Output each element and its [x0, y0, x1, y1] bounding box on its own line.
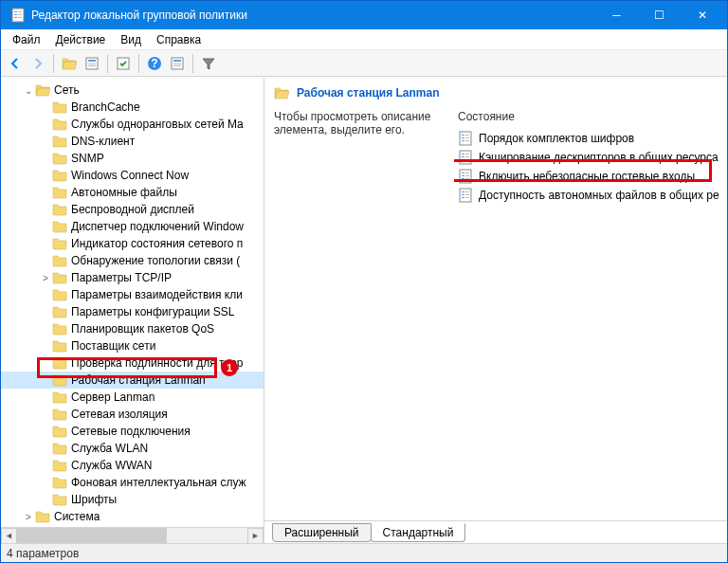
- scroll-left-button[interactable]: ◄: [1, 528, 17, 544]
- tree-item-label: Параметры конфигурации SSL: [71, 305, 234, 318]
- tree-item-label: Служба WWAN: [71, 459, 152, 472]
- tree-node-item[interactable]: Автономные файлы: [1, 184, 264, 201]
- status-text: 4 параметров: [7, 547, 79, 560]
- properties-button[interactable]: [167, 53, 188, 74]
- tree-item-label: Поставщик сети: [71, 339, 155, 353]
- policy-icon: [458, 131, 473, 146]
- tree-node-item[interactable]: SNMP: [1, 150, 264, 167]
- export-list-button[interactable]: [113, 53, 134, 74]
- tree-item-label: Сетевые подключения: [71, 425, 191, 438]
- scroll-right-button[interactable]: ►: [247, 528, 264, 544]
- expander-icon[interactable]: ⌄: [22, 85, 35, 96]
- scrollbar-track[interactable]: [17, 528, 247, 544]
- tree-node-item[interactable]: Параметры конфигурации SSL: [1, 303, 264, 320]
- tree-scroll[interactable]: ⌄СетьBranchCacheСлужбы одноранговых сете…: [1, 78, 264, 527]
- tree-node-item[interactable]: Фоновая интеллектуальная служ: [1, 474, 264, 491]
- folder-icon: [52, 321, 67, 336]
- tree-node-item[interactable]: Служба WLAN: [1, 440, 264, 457]
- tree-item-label: Параметры TCP/IP: [71, 271, 172, 284]
- tree-node-item[interactable]: Сетевая изоляция: [1, 406, 264, 423]
- policy-icon: [458, 150, 473, 165]
- tree-node-item[interactable]: Планировщик пакетов QoS: [1, 320, 264, 337]
- tree-item-label: Сервер Lanman: [71, 390, 155, 404]
- folder-icon: [52, 458, 67, 473]
- tree-node-item[interactable]: Windows Connect Now: [1, 167, 264, 184]
- tab-standard[interactable]: Стандартный: [371, 523, 466, 542]
- close-button[interactable]: ✕: [681, 1, 723, 29]
- show-hide-tree-button[interactable]: [82, 53, 102, 74]
- tree-node-item[interactable]: >Параметры TCP/IP: [1, 269, 264, 286]
- policy-label: Доступность автономных файлов в общих ре: [479, 189, 719, 202]
- tree-node-item[interactable]: Параметры взаимодействия кли: [1, 286, 264, 303]
- tree-item-label: Обнаружение топологии связи (: [71, 254, 240, 267]
- tree-item-label: Индикатор состояния сетевого п: [71, 237, 243, 250]
- details-header: Рабочая станция Lanman: [264, 78, 727, 104]
- tree-item-label: BranchCache: [71, 100, 140, 114]
- tree-node-item[interactable]: Поставщик сети: [1, 337, 264, 354]
- details-pane: Рабочая станция Lanman Чтобы просмотреть…: [264, 78, 727, 543]
- tab-extended[interactable]: Расширенный: [272, 523, 372, 542]
- scrollbar-thumb[interactable]: [17, 528, 167, 544]
- tree-node-system[interactable]: >Система: [1, 508, 264, 525]
- folder-icon: [52, 236, 67, 251]
- menu-action[interactable]: Действие: [48, 31, 114, 48]
- folder-icon: [52, 270, 67, 285]
- maximize-button[interactable]: ☐: [638, 1, 681, 29]
- tree-item-label: Автономные файлы: [71, 186, 177, 199]
- policy-label: Порядок комплектов шифров: [479, 132, 634, 145]
- folder-icon: [52, 355, 67, 371]
- forward-button[interactable]: [27, 53, 48, 74]
- tree-item-label: SNMP: [71, 152, 104, 165]
- tree-item-label: Windows Connect Now: [71, 169, 189, 182]
- policy-item[interactable]: Порядок комплектов шифров: [458, 129, 723, 148]
- policy-label: Кэширование дескрипторов в общих ресурса: [479, 151, 719, 164]
- policy-icon: [458, 188, 473, 203]
- statusbar: 4 параметров: [1, 543, 727, 562]
- tree-horizontal-scrollbar[interactable]: ◄ ►: [1, 527, 264, 543]
- tree-node-item[interactable]: Диспетчер подключений Window: [1, 218, 264, 235]
- folder-icon: [52, 134, 67, 149]
- tree-node-item[interactable]: Индикатор состояния сетевого п: [1, 235, 264, 252]
- folder-icon: [52, 117, 67, 132]
- tree-item-label: Служба WLAN: [71, 442, 148, 455]
- filter-button[interactable]: [198, 53, 219, 74]
- app-window: Редактор локальной групповой политики ─ …: [0, 0, 728, 563]
- tree-node-item[interactable]: Сетевые подключения: [1, 423, 264, 440]
- tree-item-label: Шрифты: [71, 493, 117, 506]
- folder-icon: [52, 475, 67, 490]
- policy-item[interactable]: Включить небезопасные гостевые входы: [458, 167, 723, 186]
- expander-icon[interactable]: >: [39, 273, 52, 283]
- policy-item[interactable]: Доступность автономных файлов в общих ре: [458, 186, 723, 205]
- toolbar: [1, 50, 727, 77]
- minimize-button[interactable]: ─: [595, 1, 638, 29]
- policy-item[interactable]: Кэширование дескрипторов в общих ресурса: [458, 148, 723, 167]
- help-button[interactable]: [144, 53, 165, 74]
- expander-icon[interactable]: >: [22, 512, 35, 522]
- toolbar-separator: [192, 54, 193, 73]
- details-title: Рабочая станция Lanman: [297, 86, 440, 100]
- tree-node-item[interactable]: Служба WWAN: [1, 457, 264, 474]
- menu-view[interactable]: Вид: [113, 31, 149, 48]
- tree-node-item[interactable]: BranchCache: [1, 99, 264, 116]
- tree-item-label: Сеть: [54, 83, 80, 97]
- folder-icon: [52, 424, 67, 439]
- folder-icon: [52, 372, 67, 388]
- up-button[interactable]: [59, 53, 80, 74]
- tree-item-label: Беспроводной дисплей: [71, 203, 194, 216]
- tree-node-item[interactable]: Службы одноранговых сетей Ма: [1, 116, 264, 133]
- menu-help[interactable]: Справка: [149, 31, 209, 48]
- tree: ⌄СетьBranchCacheСлужбы одноранговых сете…: [1, 78, 264, 527]
- tree-node-item[interactable]: Сервер Lanman: [1, 389, 264, 406]
- tree-node-item[interactable]: Беспроводной дисплей: [1, 201, 264, 218]
- folder-icon: [52, 407, 67, 422]
- tree-node-network[interactable]: ⌄Сеть: [1, 82, 264, 99]
- menu-file[interactable]: Файл: [5, 31, 48, 48]
- folder-icon: [52, 219, 67, 234]
- toolbar-separator: [138, 54, 139, 73]
- tree-node-item[interactable]: Проверка подлинности для терр: [1, 354, 264, 372]
- tree-node-item[interactable]: Рабочая станция Lanman: [1, 372, 264, 389]
- tree-node-item[interactable]: Шрифты: [1, 491, 264, 508]
- tree-node-item[interactable]: Обнаружение топологии связи (: [1, 252, 264, 269]
- back-button[interactable]: [5, 53, 26, 74]
- tree-node-item[interactable]: DNS-клиент: [1, 133, 264, 150]
